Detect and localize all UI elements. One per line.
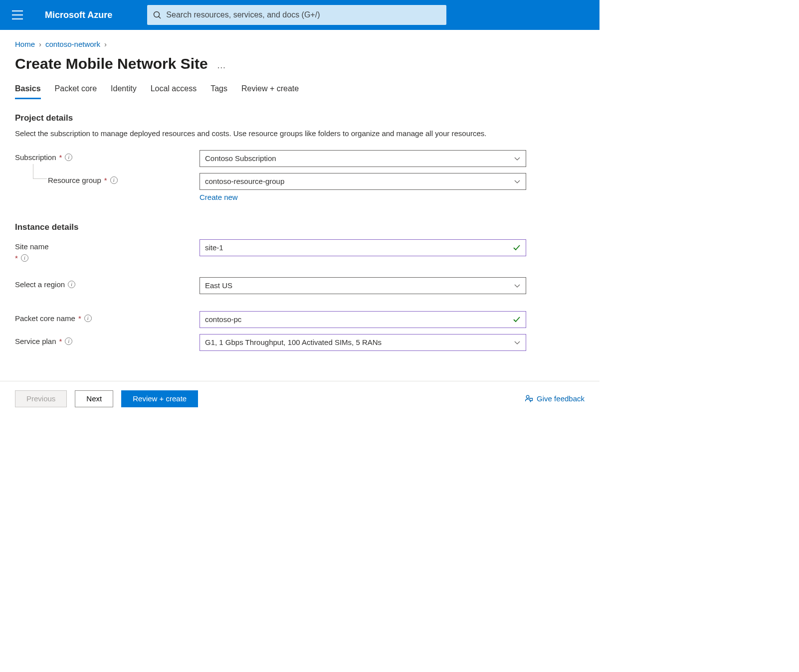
service-plan-label-text: Service plan	[15, 337, 56, 345]
packet-core-row: Packet core name * i contoso-pc	[15, 311, 585, 328]
check-icon	[513, 244, 521, 252]
packet-core-input[interactable]: contoso-pc	[200, 311, 526, 328]
site-name-label-text: Site name	[15, 242, 49, 251]
main-content: Home › contoso-network › Create Mobile N…	[0, 30, 599, 351]
indent-line	[33, 164, 47, 179]
site-name-value: site-1	[205, 243, 223, 252]
region-label-text: Select a region	[15, 280, 65, 289]
resource-group-label-text: Resource group	[48, 176, 101, 184]
resource-group-row: Resource group * i contoso-resource-grou…	[15, 173, 585, 201]
search-input[interactable]	[161, 10, 440, 19]
service-plan-label: Service plan * i	[15, 334, 200, 345]
chevron-down-icon	[514, 178, 521, 185]
give-feedback-text: Give feedback	[537, 394, 585, 403]
subscription-row: Subscription * i Contoso Subscription	[15, 150, 585, 167]
resource-group-dropdown[interactable]: contoso-resource-group	[200, 173, 526, 190]
region-row: Select a region i East US	[15, 277, 585, 294]
required-indicator: *	[59, 337, 62, 345]
tab-local-access[interactable]: Local access	[151, 81, 197, 99]
required-indicator: *	[78, 314, 81, 323]
top-bar: Microsoft Azure	[0, 0, 599, 30]
footer-bar: Previous Next Review + create Give feedb…	[0, 381, 599, 416]
chevron-down-icon	[514, 339, 521, 346]
svg-point-5	[526, 395, 529, 398]
next-button[interactable]: Next	[75, 390, 113, 407]
project-details-desc: Select the subscription to manage deploy…	[15, 128, 504, 139]
site-name-label: Site name * i	[15, 239, 200, 262]
info-icon[interactable]: i	[65, 154, 72, 161]
chevron-right-icon: ›	[39, 40, 41, 48]
tab-review-create[interactable]: Review + create	[241, 81, 299, 99]
brand-text[interactable]: Microsoft Azure	[30, 10, 127, 20]
search-box[interactable]	[147, 5, 446, 25]
info-icon[interactable]: i	[65, 337, 72, 345]
breadcrumb-home[interactable]: Home	[15, 40, 35, 48]
subscription-label: Subscription * i	[15, 150, 200, 162]
instance-details-heading: Instance details	[15, 222, 585, 232]
search-icon	[153, 11, 161, 19]
chevron-down-icon	[514, 282, 521, 289]
tab-basics[interactable]: Basics	[15, 81, 41, 99]
tab-strip: Basics Packet core Identity Local access…	[15, 81, 585, 99]
instance-details-section: Instance details Site name * i site-1 Se…	[15, 222, 585, 351]
page-title-row: Create Mobile Network Site …	[15, 55, 585, 72]
create-new-link[interactable]: Create new	[200, 193, 238, 201]
previous-button: Previous	[15, 390, 67, 407]
give-feedback-link[interactable]: Give feedback	[525, 394, 585, 403]
subscription-value: Contoso Subscription	[205, 154, 276, 163]
region-value: East US	[205, 281, 232, 290]
service-plan-value: G1, 1 Gbps Throughput, 100 Activated SIM…	[205, 338, 382, 346]
chevron-right-icon: ›	[104, 40, 107, 48]
service-plan-dropdown[interactable]: G1, 1 Gbps Throughput, 100 Activated SIM…	[200, 334, 526, 351]
chevron-down-icon	[514, 155, 521, 162]
region-label: Select a region i	[15, 277, 200, 289]
feedback-icon	[525, 394, 534, 403]
service-plan-row: Service plan * i G1, 1 Gbps Throughput, …	[15, 334, 585, 351]
svg-point-3	[154, 12, 160, 17]
page-title: Create Mobile Network Site	[15, 55, 208, 72]
project-details-heading: Project details	[15, 113, 585, 123]
packet-core-label: Packet core name * i	[15, 311, 200, 323]
region-dropdown[interactable]: East US	[200, 277, 526, 294]
breadcrumb: Home › contoso-network ›	[15, 40, 585, 48]
more-actions-button[interactable]: …	[217, 57, 227, 71]
required-indicator: *	[59, 153, 62, 162]
info-icon[interactable]: i	[110, 176, 118, 184]
check-icon	[513, 316, 521, 324]
info-icon[interactable]: i	[84, 315, 92, 322]
info-icon[interactable]: i	[68, 281, 75, 288]
resource-group-value: contoso-resource-group	[205, 177, 284, 185]
menu-toggle[interactable]	[5, 2, 30, 27]
site-name-row: Site name * i site-1	[15, 239, 585, 262]
packet-core-value: contoso-pc	[205, 315, 241, 324]
project-details-section: Project details Select the subscription …	[15, 113, 585, 201]
breadcrumb-network[interactable]: contoso-network	[45, 40, 100, 48]
packet-core-label-text: Packet core name	[15, 314, 75, 323]
resource-group-label: Resource group * i	[15, 173, 200, 184]
required-indicator: *	[15, 254, 18, 262]
review-create-button[interactable]: Review + create	[121, 390, 198, 407]
hamburger-icon	[12, 10, 23, 19]
info-icon[interactable]: i	[21, 254, 28, 262]
tab-packet-core[interactable]: Packet core	[55, 81, 97, 99]
svg-line-4	[159, 16, 161, 18]
subscription-dropdown[interactable]: Contoso Subscription	[200, 150, 526, 167]
tab-identity[interactable]: Identity	[111, 81, 137, 99]
tab-tags[interactable]: Tags	[210, 81, 227, 99]
site-name-input[interactable]: site-1	[200, 239, 526, 256]
subscription-label-text: Subscription	[15, 153, 56, 162]
required-indicator: *	[104, 176, 107, 184]
